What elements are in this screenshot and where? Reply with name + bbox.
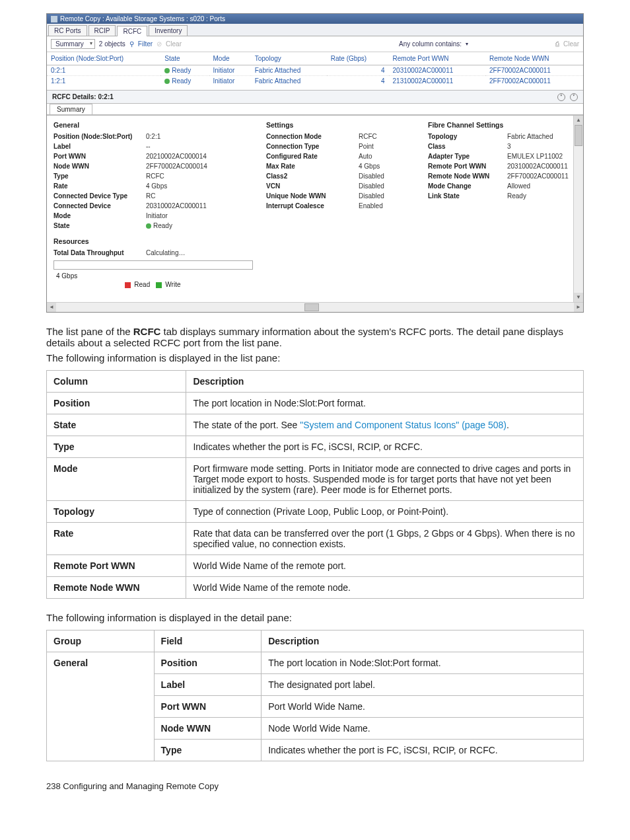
para1-bold: RCFC <box>133 326 161 337</box>
col-position[interactable]: Position (Node:Slot:Port) <box>47 52 160 65</box>
resources-heading: Resources <box>53 237 253 245</box>
scroll-thumb-h[interactable] <box>304 303 319 311</box>
status-ready-icon <box>146 223 151 229</box>
search-dropdown-icon[interactable]: ▾ <box>466 41 468 47</box>
clear-link-disabled: Clear <box>166 40 182 48</box>
list-toolbar: Summary 2 objects ⚲ Filter ⊘ Clear Any c… <box>47 36 583 52</box>
cell-position: 0:2:1 <box>47 65 160 76</box>
settings-section: Settings Connection ModeRCFC Connection … <box>266 120 415 288</box>
tab-rcip[interactable]: RCIP <box>88 25 116 36</box>
general-section: General Position (Node:Slot:Port)0:2:1 L… <box>53 120 253 288</box>
scroll-left-icon[interactable]: ◄ <box>47 303 56 312</box>
col-remote-port-wwn[interactable]: Remote Port WWN <box>389 52 485 65</box>
details-title: RCFC Details: 0:2:1 <box>52 93 114 100</box>
cell-rpwwn: 20310002AC000011 <box>389 65 485 76</box>
horizontal-scrollbar[interactable]: ◄ ► <box>47 302 583 312</box>
legend-read-icon <box>125 282 131 288</box>
settings-heading: Settings <box>266 121 415 129</box>
t2-group: General <box>47 652 155 761</box>
t1-h-column: Column <box>47 371 186 393</box>
window-title: Remote Copy : Available Storage Systems … <box>60 15 225 22</box>
table-row[interactable]: 1:2:1 Ready Initiator Fabric Attached 4 … <box>47 76 583 87</box>
cell-rate: 4 <box>327 65 389 76</box>
scroll-down-icon[interactable]: ▼ <box>574 293 583 302</box>
window-titlebar: Remote Copy : Available Storage Systems … <box>47 14 583 24</box>
tab-rcfc[interactable]: RCFC <box>117 26 147 36</box>
col-state[interactable]: State <box>160 52 209 65</box>
tab-inventory[interactable]: Inventory <box>149 25 188 36</box>
general-heading: General <box>53 121 253 129</box>
clear-icon: ⊘ <box>157 40 162 48</box>
scroll-up-icon[interactable]: ▲ <box>574 116 583 125</box>
page-footer: 238 Configuring and Managing Remote Copy <box>46 781 584 791</box>
vertical-scrollbar[interactable]: ▲ ▼ <box>573 116 583 302</box>
main-tabs: RC Ports RCIP RCFC Inventory <box>47 24 583 36</box>
cell-position: 1:2:1 <box>47 76 160 87</box>
expand-down-icon[interactable]: ˅ <box>570 93 578 101</box>
cell-state: Ready <box>160 76 209 87</box>
ports-table: Position (Node:Slot:Port) State Mode Top… <box>47 52 583 86</box>
status-ready-icon <box>164 68 170 73</box>
cell-mode: Initiator <box>209 76 251 87</box>
clear-search: Clear <box>563 40 579 48</box>
para3: The following information is displayed i… <box>46 612 584 623</box>
col-topology[interactable]: Topology <box>251 52 327 65</box>
cell-topology: Fabric Attached <box>251 76 327 87</box>
t1-h-desc: Description <box>186 371 584 393</box>
t2-h-field: Field <box>154 630 262 652</box>
fc-settings-section: Fibre Channel Settings TopologyFabric At… <box>428 120 577 288</box>
para1-pre: The list pane of the <box>46 326 133 337</box>
cell-state: Ready <box>160 65 209 76</box>
tab-rc-ports[interactable]: RC Ports <box>48 25 87 36</box>
cell-mode: Initiator <box>209 65 251 76</box>
status-ready-icon <box>164 79 170 84</box>
list-pane-columns-table: Column Description PositionThe port loca… <box>46 370 584 599</box>
cell-topology: Fabric Attached <box>251 65 327 76</box>
t2-h-group: Group <box>47 630 155 652</box>
cell-rnwwn: 2FF70002AC000011 <box>485 65 583 76</box>
legend-write-icon <box>156 282 162 288</box>
t2-h-desc: Description <box>262 630 584 652</box>
app-screenshot: Remote Copy : Available Storage Systems … <box>46 13 584 313</box>
detail-pane-fields-table: Group Field Description General Position… <box>46 630 584 761</box>
print-icon[interactable]: ⎙ <box>555 40 559 48</box>
throughput-bar <box>53 260 253 270</box>
filter-link[interactable]: Filter <box>138 40 153 48</box>
body-copy: The list pane of the RCFC tab displays s… <box>46 326 584 761</box>
scroll-thumb[interactable] <box>575 125 582 146</box>
fcs-heading: Fibre Channel Settings <box>428 121 577 129</box>
view-selector[interactable]: Summary <box>51 39 95 49</box>
col-mode[interactable]: Mode <box>209 52 251 65</box>
details-header: RCFC Details: 0:2:1 ˄ ˅ <box>47 90 583 104</box>
cell-rpwwn: 21310002AC000011 <box>389 76 485 87</box>
expand-up-icon[interactable]: ˄ <box>557 93 565 101</box>
para2: The following information is displayed i… <box>46 352 584 363</box>
object-count: 2 objects <box>99 40 125 48</box>
cell-rnwwn: 2FF70002AC000011 <box>485 76 583 87</box>
cell-rate: 4 <box>327 76 389 87</box>
col-rate[interactable]: Rate (Gbps) <box>327 52 389 65</box>
scroll-right-icon[interactable]: ► <box>574 303 583 312</box>
search-label: Any column contains: <box>399 40 462 48</box>
filter-icon[interactable]: ⚲ <box>129 40 134 48</box>
status-icons-link[interactable]: "System and Component Status Icons" (pag… <box>300 420 507 430</box>
col-remote-node-wwn[interactable]: Remote Node WWN <box>485 52 583 65</box>
detail-tab-summary[interactable]: Summary <box>50 104 92 114</box>
table-row[interactable]: 0:2:1 Ready Initiator Fabric Attached 4 … <box>47 65 583 76</box>
detail-pane: General Position (Node:Slot:Port)0:2:1 L… <box>47 115 583 302</box>
window-icon <box>51 16 57 22</box>
